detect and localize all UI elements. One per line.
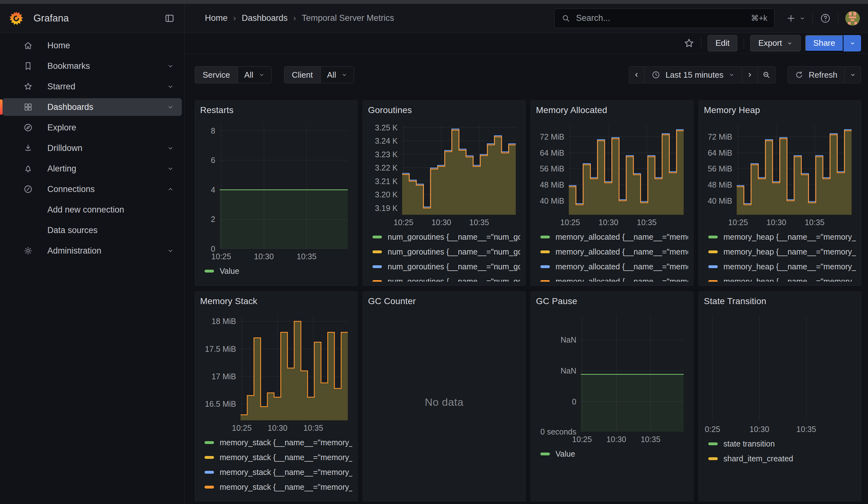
chart-canvas[interactable] (240, 316, 348, 420)
sidebar-item-connections[interactable]: Connections (2, 180, 182, 198)
panel-body: 72 MiB64 MiB56 MiB48 MiB40 MiB10:2510:30… (704, 116, 856, 282)
panel-title[interactable]: Goroutines (368, 104, 520, 116)
sidebar-item-dashboards[interactable]: Dashboards (2, 98, 182, 116)
chevron-down-icon (341, 72, 348, 78)
sidebar-item-drilldown[interactable]: Drilldown (2, 139, 182, 157)
panel-body: NaNNaN00 seconds10:2510:3010:35Value (536, 307, 688, 497)
y-axis-tick: 3.22 K (375, 163, 398, 172)
no-data-message: No data (368, 307, 520, 497)
legend-item[interactable]: num_goroutines {__name__="num_go (372, 247, 520, 256)
share-button[interactable]: Share (805, 35, 844, 51)
legend-item[interactable]: memory_allocated {__name__="memo (540, 247, 688, 256)
time-shift-back-button[interactable] (629, 66, 644, 83)
y-axis-labels: 72 MiB64 MiB56 MiB48 MiB40 MiB (536, 125, 569, 215)
legend-label: memory_stack {__name__="memory_s (220, 438, 352, 447)
bell-icon (23, 164, 33, 173)
chart-canvas[interactable] (569, 125, 684, 215)
legend-item[interactable]: Value (205, 267, 352, 276)
client-filter-label: Client (284, 66, 320, 83)
sidebar-item-administration[interactable]: Administration (2, 242, 182, 260)
x-axis-tick: 10:30 (606, 435, 626, 444)
sidebar-item-starred[interactable]: Starred (2, 78, 182, 95)
sidebar-item-add-new-connection[interactable]: Add new connection (2, 201, 182, 218)
legend-item[interactable]: memory_heap {__name__="memory_h (708, 262, 856, 271)
chart-plot-area[interactable]: NaNNaN00 seconds (536, 316, 688, 432)
panel-title[interactable]: Memory Stack (200, 296, 352, 307)
legend-item[interactable]: memory_allocated {__name__="memo (540, 277, 688, 282)
legend-item[interactable]: num_goroutines {__name__="num_go (372, 277, 520, 282)
chart-legend: Value (200, 261, 352, 282)
chart-canvas[interactable] (220, 125, 348, 249)
legend-label: num_goroutines {__name__="num_go (388, 247, 520, 256)
x-axis-labels: 10:2510:3010:35 (704, 215, 856, 227)
time-range-picker-button[interactable]: Last 15 minutes (644, 66, 742, 83)
panel-title[interactable]: Memory Allocated (536, 104, 688, 116)
sidebar-item-data-sources[interactable]: Data sources (2, 222, 182, 239)
time-shift-forward-button[interactable] (742, 66, 758, 83)
y-axis-tick: 64 MiB (707, 148, 732, 157)
y-axis-tick: 56 MiB (707, 164, 732, 173)
x-axis-tick: 10:35 (303, 423, 323, 433)
legend-swatch (205, 486, 214, 488)
legend-item[interactable]: memory_heap {__name__="memory_h (708, 233, 856, 241)
panel-title[interactable]: State Transition (704, 296, 856, 307)
panel-title[interactable]: GC Pause (536, 296, 688, 307)
chart-canvas[interactable] (581, 316, 684, 432)
search-input[interactable] (576, 13, 751, 23)
panel-title[interactable]: Restarts (200, 104, 352, 116)
legend-item[interactable]: shard_item_created (708, 454, 856, 463)
dashboard-panel-grid: Restarts8642010:2510:3010:35ValueGorouti… (195, 101, 862, 502)
chart-plot-area[interactable] (704, 316, 856, 422)
legend-item[interactable]: memory_stack {__name__="memory_s (205, 453, 352, 462)
breadcrumb-dashboards[interactable]: Dashboards (242, 13, 288, 23)
panel-title[interactable]: GC Counter (368, 296, 520, 307)
panel-body: 8642010:2510:3010:35Value (200, 116, 352, 282)
export-button[interactable]: Export (750, 35, 800, 51)
zoom-out-button[interactable] (758, 66, 776, 83)
panel-body: 0:2510:3010:35state transitionshard_item… (704, 307, 856, 497)
refresh-button[interactable]: Refresh (787, 66, 845, 83)
chart-plot-area[interactable]: 72 MiB64 MiB56 MiB48 MiB40 MiB (704, 125, 856, 215)
y-axis-tick: 0 (572, 397, 576, 406)
star-dashboard-icon[interactable] (683, 38, 695, 49)
legend-item[interactable]: memory_stack {__name__="memory_s (205, 483, 352, 492)
legend-item[interactable]: memory_stack {__name__="memory_s (205, 468, 352, 477)
legend-item[interactable]: memory_allocated {__name__="memo (540, 262, 688, 271)
chart-plot-area[interactable]: 3.25 K3.24 K3.23 K3.22 K3.21 K3.20 K3.19… (368, 125, 520, 215)
legend-item[interactable]: memory_heap {__name__="memory_h (708, 277, 856, 282)
y-axis-tick: 72 MiB (707, 132, 732, 142)
legend-item[interactable]: state transition (708, 439, 856, 449)
bookmark-icon (23, 61, 33, 71)
legend-swatch (708, 265, 718, 268)
legend-label: memory_allocated {__name__="memo (556, 247, 688, 256)
share-options-button[interactable] (844, 35, 861, 51)
legend-item[interactable]: memory_allocated {__name__="memo (540, 233, 688, 241)
chart-canvas[interactable] (737, 125, 851, 215)
sidebar-item-bookmarks[interactable]: Bookmarks (2, 57, 182, 75)
sidebar-item-alerting[interactable]: Alerting (2, 160, 182, 177)
panel-title[interactable]: Memory Heap (704, 104, 856, 116)
edit-button[interactable]: Edit (707, 35, 738, 51)
legend-item[interactable]: memory_stack {__name__="memory_s (205, 438, 352, 447)
help-icon[interactable] (820, 13, 831, 24)
legend-item[interactable]: memory_heap {__name__="memory_h (708, 247, 856, 256)
service-filter-dropdown[interactable]: All (238, 66, 271, 83)
chart-canvas[interactable] (711, 316, 851, 422)
refresh-interval-button[interactable] (845, 66, 861, 83)
client-filter-dropdown[interactable]: All (320, 66, 354, 83)
legend-item[interactable]: num_goroutines {__name__="num_go (372, 233, 520, 241)
legend-item[interactable]: num_goroutines {__name__="num_go (372, 262, 520, 271)
dashboard-toolbar: Edit Export Share (185, 33, 868, 54)
chart-canvas[interactable] (402, 125, 516, 215)
chart-plot-area[interactable]: 72 MiB64 MiB56 MiB48 MiB40 MiB (536, 125, 688, 215)
sidebar-item-home[interactable]: Home (2, 37, 182, 54)
new-item-button[interactable] (786, 13, 806, 23)
user-avatar[interactable] (845, 11, 860, 25)
chart-plot-area[interactable]: 18 MiB17.5 MiB17 MiB16.5 MiB (200, 316, 352, 420)
breadcrumb-home[interactable]: Home (205, 13, 228, 23)
sidebar-item-explore[interactable]: Explore (2, 119, 182, 136)
sidebar-toggle-icon[interactable] (164, 13, 175, 24)
search-input-container[interactable]: ⌘+k (554, 9, 775, 28)
legend-item[interactable]: Value (540, 449, 688, 459)
chart-plot-area[interactable]: 86420 (200, 125, 352, 249)
